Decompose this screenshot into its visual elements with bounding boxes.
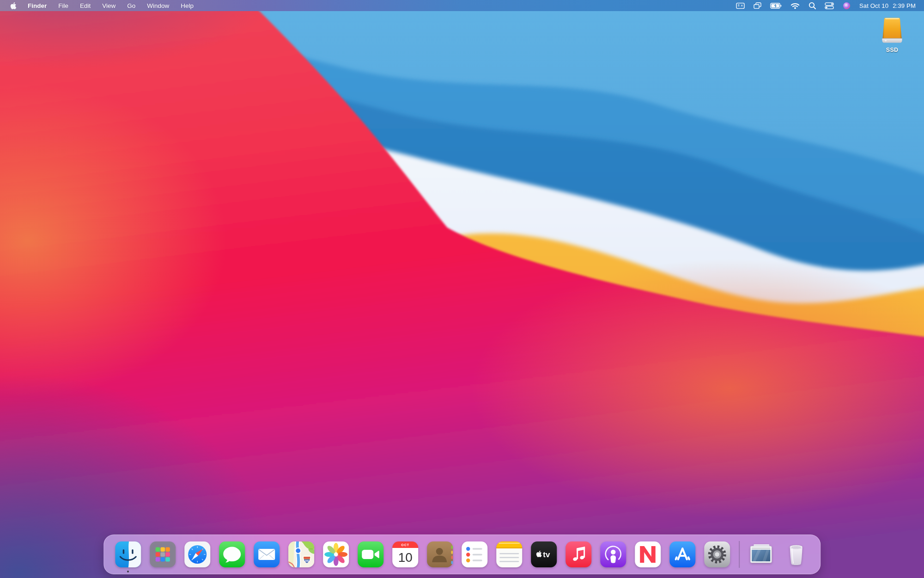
- podcasts-icon: [600, 541, 626, 568]
- apple-logo-icon: [10, 2, 17, 10]
- news-icon: [634, 541, 661, 568]
- dock-item-notes[interactable]: [496, 541, 523, 568]
- dock-separator: [739, 541, 740, 568]
- dock-item-messages[interactable]: [219, 541, 245, 568]
- drive-label: SSD: [886, 47, 898, 53]
- dock-item-calendar[interactable]: OCT 10: [392, 541, 419, 568]
- maps-icon: 280: [288, 541, 315, 568]
- calendar-icon: OCT 10: [392, 541, 419, 568]
- running-indicator: [127, 571, 129, 573]
- dock: 280: [103, 535, 821, 574]
- facetime-icon: [357, 541, 384, 568]
- dock-item-appstore[interactable]: [669, 541, 696, 568]
- appstore-icon: [669, 541, 696, 568]
- wifi-icon[interactable]: [790, 2, 800, 9]
- siri-icon[interactable]: [843, 2, 851, 10]
- dock-item-podcasts[interactable]: [600, 541, 626, 568]
- dock-item-minimized-window[interactable]: [748, 541, 775, 568]
- dock-item-finder[interactable]: [115, 541, 141, 568]
- menu-go[interactable]: Go: [127, 2, 135, 9]
- control-center-icon[interactable]: [825, 2, 834, 9]
- calendar-day: 10: [398, 550, 412, 565]
- dock-item-trash[interactable]: [783, 541, 809, 568]
- dock-item-news[interactable]: [634, 541, 661, 568]
- finder-icon: [115, 541, 141, 568]
- windows-icon[interactable]: [754, 2, 761, 9]
- dock-item-safari[interactable]: [184, 541, 211, 568]
- menu-file[interactable]: File: [58, 2, 68, 9]
- launchpad-icon: [149, 541, 176, 568]
- calendar-month: OCT: [401, 543, 409, 547]
- messages-icon: [219, 541, 245, 568]
- apple-menu[interactable]: [10, 2, 17, 10]
- desktop-drive-ssd[interactable]: SSD: [874, 17, 911, 53]
- clock-date: Sat Oct 10: [859, 2, 888, 9]
- dock-item-mail[interactable]: [253, 541, 280, 568]
- menu-finder[interactable]: Finder: [28, 2, 47, 9]
- battery-charging-icon[interactable]: [770, 3, 782, 9]
- contacts-icon: [426, 541, 453, 568]
- dock-item-reminders[interactable]: [461, 541, 488, 568]
- menu-view[interactable]: View: [102, 2, 116, 9]
- menu-help[interactable]: Help: [181, 2, 194, 9]
- dock-item-contacts[interactable]: [426, 541, 453, 568]
- menu-bar-clock[interactable]: Sat Oct 10 2:39 PM: [859, 2, 916, 9]
- clock-time: 2:39 PM: [893, 2, 916, 9]
- desktop-wallpaper: [0, 0, 924, 578]
- trash-icon: [783, 541, 809, 568]
- menu-bar: Finder File Edit View Go Window Help: [0, 0, 924, 11]
- keyboard-icon[interactable]: [736, 2, 745, 9]
- dock-item-facetime[interactable]: [357, 541, 384, 568]
- music-icon: [565, 541, 592, 568]
- menu-bar-status-area: Sat Oct 10 2:39 PM: [736, 2, 924, 10]
- system-preferences-icon: [704, 541, 730, 568]
- reminders-icon: [461, 541, 488, 568]
- minimized-window-thumbnail: [748, 541, 775, 568]
- dock-item-system-preferences[interactable]: [704, 541, 730, 568]
- tv-logo-text: tv: [543, 550, 550, 559]
- appletv-icon: tv: [530, 541, 557, 568]
- app-menus: Finder File Edit View Go Window Help: [28, 2, 194, 9]
- photos-icon: [322, 541, 349, 568]
- dock-item-music[interactable]: [565, 541, 592, 568]
- notes-icon: [496, 541, 523, 568]
- external-drive-icon: [879, 17, 905, 45]
- dock-item-photos[interactable]: [322, 541, 349, 568]
- mail-icon: [253, 541, 280, 568]
- safari-icon: [184, 541, 211, 568]
- maps-route-badge: 280: [304, 560, 309, 562]
- dock-item-launchpad[interactable]: [149, 541, 176, 568]
- macos-desktop: Finder File Edit View Go Window Help: [0, 0, 924, 578]
- menu-window[interactable]: Window: [147, 2, 169, 9]
- dock-item-tv[interactable]: tv: [530, 541, 557, 568]
- menu-edit[interactable]: Edit: [80, 2, 91, 9]
- dock-item-maps[interactable]: 280: [288, 541, 315, 568]
- spotlight-search-icon[interactable]: [808, 2, 816, 9]
